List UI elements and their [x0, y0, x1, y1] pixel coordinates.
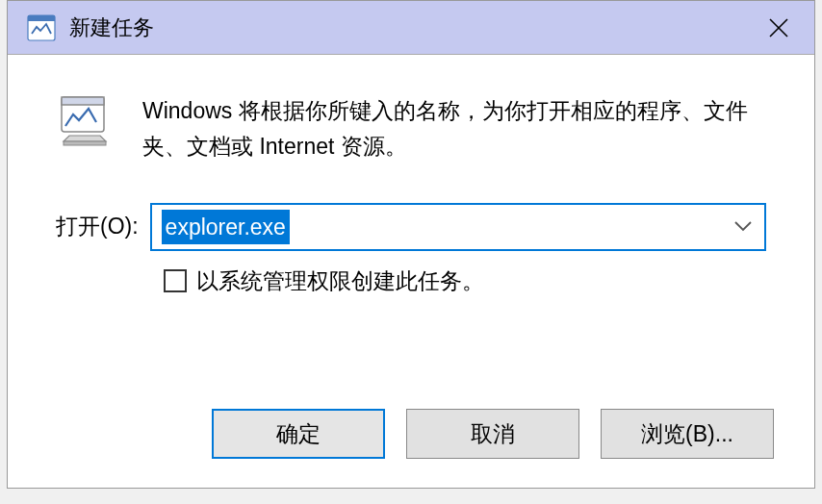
description-text: Windows 将根据你所键入的名称，为你打开相应的程序、文件夹、文档或 Int…	[142, 93, 766, 164]
new-task-dialog: 新建任务 Windows 将根据你所键入的名称，为你打开相应的程序、文件夹、文档…	[7, 0, 815, 489]
svg-rect-5	[62, 97, 104, 105]
dialog-title: 新建任务	[69, 13, 755, 42]
open-label: 打开(O):	[56, 212, 139, 241]
run-dialog-icon	[27, 14, 56, 41]
ok-button[interactable]: 确定	[212, 409, 385, 459]
cancel-button[interactable]: 取消	[406, 409, 579, 459]
browse-button[interactable]: 浏览(B)...	[601, 409, 774, 459]
admin-checkbox-row: 以系统管理权限创建此任务。	[164, 266, 766, 296]
program-input-value: explorer.exe	[162, 210, 290, 244]
perfmon-icon	[56, 93, 114, 147]
program-input[interactable]: explorer.exe	[150, 203, 766, 251]
dropdown-button[interactable]	[733, 218, 753, 236]
titlebar: 新建任务	[8, 1, 814, 55]
admin-checkbox[interactable]	[164, 269, 187, 292]
open-row: 打开(O): explorer.exe	[56, 203, 766, 251]
dialog-content: Windows 将根据你所键入的名称，为你打开相应的程序、文件夹、文档或 Int…	[8, 55, 814, 296]
chevron-down-icon	[733, 220, 753, 232]
svg-rect-6	[64, 141, 106, 145]
close-icon	[768, 17, 789, 38]
button-row: 确定 取消 浏览(B)...	[212, 409, 774, 459]
svg-rect-1	[28, 15, 55, 21]
info-row: Windows 将根据你所键入的名称，为你打开相应的程序、文件夹、文档或 Int…	[56, 93, 766, 164]
admin-checkbox-label: 以系统管理权限创建此任务。	[196, 266, 484, 296]
close-button[interactable]	[755, 9, 803, 47]
